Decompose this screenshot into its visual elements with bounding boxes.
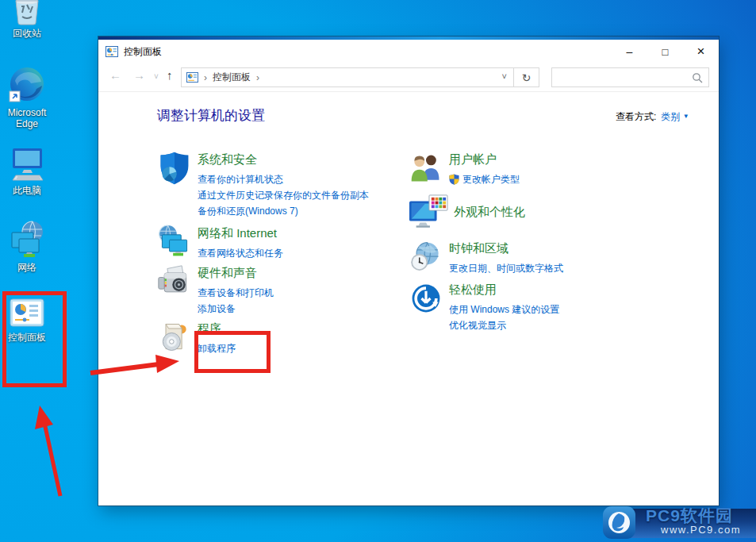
desktop-icon-label: Microsoft Edge [2, 107, 52, 129]
history-dropdown-icon[interactable]: ˅ [154, 72, 159, 81]
desktop-icon-edge[interactable]: Microsoft Edge [2, 65, 52, 129]
address-dropdown-icon[interactable]: ˅ [502, 71, 507, 81]
category-link[interactable]: 备份和还原(Windows 7) [198, 203, 369, 219]
refresh-button[interactable]: ↻ [514, 67, 539, 87]
breadcrumb-separator[interactable]: › [256, 72, 259, 83]
breadcrumb[interactable]: 控制面板 [213, 71, 251, 84]
desktop-icon-label: 此电脑 [2, 185, 52, 196]
category-ease-of-access: 轻松使用 使用 Windows 建议的设置 优化视觉显示 [409, 281, 559, 333]
user-accounts-icon[interactable] [409, 151, 443, 186]
category-link[interactable]: 添加设备 [198, 301, 274, 317]
this-pc-icon [2, 146, 52, 183]
desktop-icon-this-pc[interactable]: 此电脑 [2, 146, 52, 196]
control-panel-window: 控制面板 – □ × ← → ˅ ↑ › 控制面板 › ˅ ↻ [98, 37, 719, 505]
address-location-icon [186, 72, 198, 83]
category-title[interactable]: 硬件和声音 [198, 266, 274, 281]
close-button[interactable]: × [683, 40, 719, 63]
system-security-icon[interactable] [157, 151, 192, 186]
clock-region-icon[interactable] [409, 240, 443, 275]
pc9-logo-icon [602, 505, 636, 542]
navigation-bar: ← → ˅ ↑ › 控制面板 › ˅ ↻ [98, 63, 719, 92]
category-title[interactable]: 轻松使用 [449, 283, 559, 298]
recycle-bin-icon [2, 0, 52, 25]
hardware-sound-icon[interactable] [157, 264, 192, 299]
up-icon[interactable]: ↑ [167, 68, 173, 82]
address-bar[interactable]: › 控制面板 › ˅ [181, 67, 514, 87]
breadcrumb-separator: › [204, 72, 207, 83]
microsoft-edge-icon [2, 65, 52, 105]
maximize-button[interactable]: □ [647, 40, 683, 63]
category-link[interactable]: 查看设备和打印机 [198, 285, 274, 301]
highlight-box-control-panel-icon [2, 291, 67, 387]
window-controls: – □ × [612, 40, 719, 63]
category-system-security: 系统和安全 查看你的计算机状态 通过文件历史记录保存你的文件备份副本 备份和还原… [157, 151, 369, 219]
appearance-personalization-icon[interactable] [409, 194, 448, 229]
highlight-box-uninstall-program [194, 331, 271, 373]
category-clock-region: 时钟和区域 更改日期、时间或数字格式 [409, 240, 563, 276]
window-title-icon [106, 46, 118, 57]
ease-of-access-icon[interactable] [409, 281, 443, 316]
uac-shield-icon [449, 174, 459, 190]
category-network-internet: 网络和 Internet 查看网络状态和任务 [157, 225, 283, 261]
category-link[interactable]: 查看网络状态和任务 [198, 245, 283, 261]
category-appearance-personalization: 外观和个性化 [409, 194, 525, 229]
category-link[interactable]: 使用 Windows 建议的设置 [449, 302, 559, 317]
category-title[interactable]: 系统和安全 [198, 152, 369, 167]
desktop-icon-label: 回收站 [2, 28, 52, 39]
change-account-type-link[interactable]: 更改帐户类型 [449, 171, 520, 190]
page-title: 调整计算机的设置 [157, 106, 265, 125]
programs-icon[interactable] [157, 320, 192, 355]
search-icon [692, 72, 703, 83]
category-title[interactable]: 网络和 Internet [198, 226, 283, 241]
search-input[interactable] [551, 67, 709, 87]
red-arrow-to-control-panel [30, 401, 68, 501]
category-link[interactable]: 优化视觉显示 [449, 317, 559, 333]
view-by-value[interactable]: 类别 [661, 111, 680, 122]
back-icon[interactable]: ← [109, 68, 121, 82]
category-link[interactable]: 通过文件历史记录保存你的文件备份副本 [198, 187, 369, 203]
network-icon [2, 220, 52, 259]
refresh-icon: ↻ [522, 71, 532, 84]
desktop-icon-recycle-bin[interactable]: 回收站 [2, 0, 52, 39]
view-by-label: 查看方式: [616, 111, 656, 122]
network-internet-icon[interactable] [157, 225, 192, 259]
category-title[interactable]: 外观和个性化 [454, 205, 525, 220]
window-title: 控制面板 [124, 45, 162, 59]
category-title[interactable]: 时钟和区域 [449, 241, 563, 256]
desktop-icon-network[interactable]: 网络 [2, 220, 52, 273]
chevron-down-icon[interactable]: ▼ [683, 113, 689, 120]
desktop-icon-label: 网络 [2, 262, 52, 273]
watermark-url: www.PC9.com [661, 524, 741, 536]
category-link[interactable]: 查看你的计算机状态 [198, 171, 369, 187]
red-arrow-to-uninstall [86, 352, 186, 380]
category-hardware-sound: 硬件和声音 查看设备和打印机 添加设备 [157, 264, 274, 317]
category-link[interactable]: 更改日期、时间或数字格式 [449, 260, 563, 276]
view-by-control: 查看方式:类别 ▼ [616, 110, 689, 124]
minimize-button[interactable]: – [612, 40, 647, 63]
forward-icon[interactable]: → [133, 68, 145, 82]
category-title[interactable]: 用户帐户 [449, 152, 520, 167]
category-link-text: 更改帐户类型 [462, 174, 520, 185]
category-user-accounts: 用户帐户 更改帐户类型 [409, 151, 520, 190]
